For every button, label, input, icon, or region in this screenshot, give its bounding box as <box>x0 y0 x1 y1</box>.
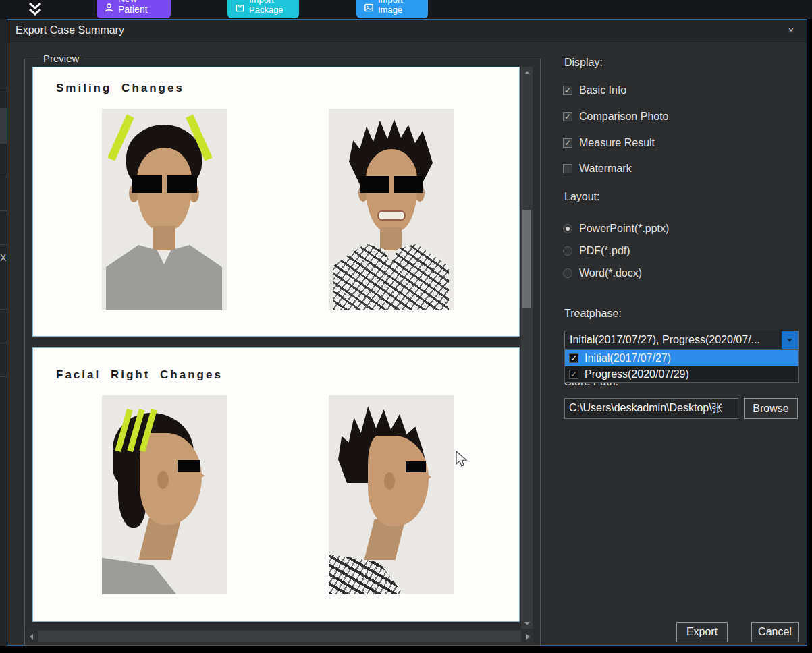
scroll-right-arrow-icon[interactable] <box>522 629 533 644</box>
radio-icon <box>563 224 572 233</box>
dropdown-item-label: Progress(2020/07/29) <box>585 368 689 380</box>
cancel-button[interactable]: Cancel <box>751 622 799 642</box>
import-image-button[interactable]: Import Image <box>356 0 428 18</box>
chevron-down-icon[interactable] <box>782 331 798 349</box>
vertical-scrollbar-thumb[interactable] <box>522 210 531 308</box>
checkbox-icon: ✓ <box>563 112 572 121</box>
browse-button[interactable]: Browse <box>744 398 798 419</box>
new-patient-button[interactable]: New Patient <box>97 0 171 18</box>
slide-title: Smiling Changes <box>56 82 184 95</box>
close-icon[interactable]: × <box>785 24 797 36</box>
preview-horizontal-scrollbar[interactable] <box>26 629 533 644</box>
checkbox-icon: ✓ <box>569 370 578 379</box>
checkbox-label: Watermark <box>579 163 632 175</box>
package-icon <box>236 3 244 15</box>
patient-photo-profile-progress <box>329 395 454 594</box>
dialog-title: Export Case Summary <box>16 24 124 36</box>
export-case-summary-dialog: Export Case Summary × Preview Smiling Ch… <box>7 19 807 646</box>
treatphase-dropdown-list: ✓ Initial(2017/07/27) ✓ Progress(2020/07… <box>564 349 799 383</box>
checkbox-label: Measure Result <box>579 137 655 149</box>
checkbox-label: Basic Info <box>579 84 626 96</box>
horizontal-scrollbar-thumb[interactable] <box>38 631 521 642</box>
layout-section-label: Layout: <box>564 191 599 203</box>
export-button[interactable]: Export <box>676 622 728 642</box>
dropdown-item-label: Initial(2017/07/27) <box>585 352 671 364</box>
slide-title: Facial Right Changes <box>56 368 223 382</box>
checkbox-icon <box>563 164 572 173</box>
checkbox-measure-result[interactable]: ✓ Measure Result <box>563 137 655 149</box>
radio-icon <box>563 268 572 278</box>
checkbox-icon: ✓ <box>569 353 578 363</box>
scroll-up-arrow-icon[interactable] <box>521 67 533 78</box>
store-path-input[interactable]: C:\Users\deskadmin\Desktop\张 <box>564 398 738 419</box>
treatphase-value: Initial(2017/07/27), Progress(2020/07/..… <box>565 334 778 346</box>
checkbox-basic-info[interactable]: ✓ Basic Info <box>563 84 626 96</box>
checkbox-label: Comparison Photo <box>579 111 669 123</box>
preview-label: Preview <box>38 53 84 64</box>
preview-groupbox: Preview Smiling Changes Facial Right Cha… <box>24 59 541 646</box>
patient-photo-front-progress <box>329 109 454 310</box>
mouse-cursor-icon <box>454 451 468 471</box>
import-package-button[interactable]: Import Package <box>227 0 299 18</box>
display-section-label: Display: <box>564 57 603 69</box>
radio-word[interactable]: Word(*.docx) <box>563 267 642 279</box>
checkbox-watermark[interactable]: Watermark <box>563 163 632 175</box>
checkbox-comparison-photo[interactable]: ✓ Comparison Photo <box>563 111 669 123</box>
preview-vertical-scrollbar[interactable] <box>521 67 533 629</box>
radio-pdf[interactable]: PDF(*.pdf) <box>563 245 630 257</box>
import-image-label: Import Image <box>378 0 418 15</box>
treatphase-section-label: Treatphase: <box>564 308 622 320</box>
preview-slide-facial-right: Facial Right Changes <box>32 347 520 622</box>
radio-powerpoint[interactable]: PowerPoint(*.pptx) <box>563 223 669 235</box>
patient-photo-front-initial <box>102 109 227 310</box>
import-package-label: Import Package <box>249 0 290 15</box>
radio-label: PowerPoint(*.pptx) <box>579 223 669 235</box>
screen-bottom-strip <box>0 646 812 653</box>
radio-label: PDF(*.pdf) <box>579 245 630 257</box>
checkbox-icon: ✓ <box>563 86 572 95</box>
dropdown-item-initial[interactable]: ✓ Initial(2017/07/27) <box>565 350 798 366</box>
checkbox-icon: ✓ <box>563 138 572 148</box>
preview-slide-smiling: Smiling Changes <box>32 67 520 337</box>
radio-icon <box>563 246 572 256</box>
scroll-left-arrow-icon[interactable] <box>26 629 36 644</box>
scroll-down-arrow-icon[interactable] <box>521 618 533 629</box>
treatphase-combobox[interactable]: Initial(2017/07/27), Progress(2020/07/..… <box>564 331 799 349</box>
top-toolbar: New Patient Import Package Import Image <box>0 0 812 19</box>
double-chevron-down-icon[interactable] <box>27 2 43 19</box>
new-patient-label: New Patient <box>118 0 161 15</box>
radio-label: Word(*.docx) <box>579 267 642 279</box>
person-icon <box>105 3 113 15</box>
patient-photo-profile-initial <box>102 395 227 594</box>
dialog-header: Export Case Summary × <box>7 20 807 42</box>
image-icon <box>364 3 373 15</box>
dropdown-item-progress[interactable]: ✓ Progress(2020/07/29) <box>565 366 798 382</box>
